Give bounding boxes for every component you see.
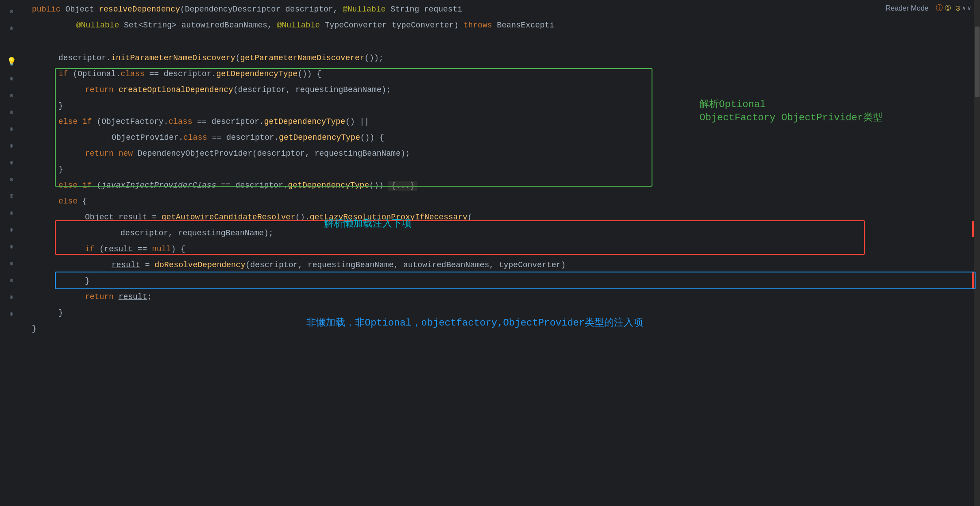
method-init: initParameterNameDiscovery <box>111 54 235 62</box>
change-marker-2 <box>972 272 974 288</box>
var-result4: result <box>119 292 147 301</box>
param-descriptor: descriptor, <box>281 5 343 14</box>
code-line-13: else { <box>23 196 980 212</box>
gutter-icon-8: ◉ <box>10 142 13 149</box>
code-line-6: return createOptionalDependency (descrip… <box>23 85 980 101</box>
kw-else-if1: else if <box>58 117 92 126</box>
chevron-up-icon[interactable]: ∧ <box>962 4 965 12</box>
warning-count: ① 3 <box>945 4 960 13</box>
chevron-down-icon[interactable]: ∨ <box>968 4 971 12</box>
kw-if2: if <box>85 245 95 253</box>
brace2: } <box>58 165 63 174</box>
change-marker-1 <box>972 221 974 237</box>
code-line-1: public Object resolveDependency ( Depend… <box>23 4 980 20</box>
collapsed-block: {...} <box>388 181 417 191</box>
gutter-icon-13: ◉ <box>10 226 13 233</box>
gutter-icon-17: ◉ <box>10 293 13 300</box>
kw-class2: class <box>168 117 192 126</box>
var-result2: result <box>104 245 133 253</box>
kw-if: if <box>58 69 68 78</box>
kw-return1: return <box>85 85 119 94</box>
close1: ()) { <box>297 69 321 78</box>
code-line-9: ObjectProvider. class == descriptor. get… <box>23 133 980 149</box>
method-get-discoverer: getParameterNameDiscoverer <box>240 54 365 62</box>
code-line-10: return new DependencyObjectProvider (des… <box>23 149 980 165</box>
kw-public: public <box>32 5 66 14</box>
paren-open: ( <box>180 5 185 14</box>
obj-descriptor: descriptor. <box>58 54 111 62</box>
gutter: ◉ ◉ 💡 ◉ ◉ ◉ ◉ ◉ ◉ ◉ ⊕ <box>0 0 23 506</box>
kw-throws: throws <box>463 21 492 30</box>
gutter-icon-10: ◉ <box>10 176 13 183</box>
var-result3: result <box>112 261 140 269</box>
code-line-17: result = doResolveDependency (descriptor… <box>23 260 980 276</box>
obj-provider: ObjectProvider. <box>112 133 183 142</box>
warning-badge: ⓘ ① 3 ∧ ∨ <box>936 4 971 13</box>
code-line-21: } <box>23 324 980 340</box>
brace5: } <box>32 324 37 333</box>
gutter-icon-14: ◉ <box>10 243 13 250</box>
type-descriptor: DependencyDescriptor <box>185 5 281 14</box>
dep-obj-prov-args: (descriptor, requestingBeanName); <box>252 149 410 158</box>
bulb-icon[interactable]: 💡 <box>7 57 16 66</box>
code-line-19: return result ; <box>23 292 980 308</box>
code-line-5: if (Optional. class == descriptor. getDe… <box>23 69 980 85</box>
if2-paren: ( <box>95 245 104 253</box>
code-line-11: } <box>23 165 980 180</box>
gutter-icon-12: ◉ <box>10 209 13 216</box>
gutter-icon-7: ◉ <box>10 125 13 132</box>
method-create-optional: createOptionalDependency <box>119 85 233 94</box>
brace1: } <box>58 101 63 110</box>
type-typeconverter: TypeConverter typeConverter) <box>320 21 463 30</box>
ann-nullable-2: @Nullable <box>76 21 119 30</box>
gutter-icon-1: ◉ <box>10 24 13 31</box>
code-line-8: else if (ObjectFactory. class == descrip… <box>23 117 980 133</box>
do-resolve-args: (descriptor, requestingBeanName, autowir… <box>245 261 566 269</box>
if2-close: ) { <box>171 245 185 253</box>
editor-container: ◉ ◉ 💡 ◉ ◉ ◉ ◉ ◉ ◉ ◉ ⊕ <box>0 0 980 506</box>
kw-return2: return <box>85 149 119 158</box>
gutter-icon-0: ◉ <box>10 8 13 15</box>
gutter-icon-plus[interactable]: ⊕ <box>9 192 14 200</box>
code-line-20: } <box>23 308 980 324</box>
exception-type: BeansExcepti <box>492 21 554 30</box>
kw-return3: return <box>85 292 119 301</box>
else-if1-text: (ObjectFactory. <box>92 117 169 126</box>
eq5: == <box>133 245 152 253</box>
call-end: ()); <box>364 54 383 62</box>
code-line-2: @Nullable Set<String> autowiredBeanNames… <box>23 20 980 36</box>
code-line-4: descriptor. initParameterNameDiscovery (… <box>23 53 980 69</box>
else-if2-paren: ( <box>92 181 102 190</box>
eq1: == descriptor. <box>144 69 216 78</box>
else-brace: { <box>77 197 87 206</box>
brace4: } <box>58 308 63 317</box>
resolver-chain: (). <box>295 213 309 222</box>
type-object2: Object <box>85 213 119 222</box>
paren-open2: (Optional. <box>68 69 121 78</box>
class-dep-obj-prov: DependencyObjectProvider <box>138 149 252 158</box>
kw-null: null <box>152 245 171 253</box>
gutter-icon-16: ◉ <box>10 276 13 284</box>
method-get-resolver: getAutowireCandidateResolver <box>162 213 295 222</box>
scrollbar-thumb[interactable] <box>975 27 980 97</box>
type-set: Set<String> autowiredBeanNames, <box>119 21 277 30</box>
semicolon: ; <box>147 292 152 301</box>
create-optional-args: (descriptor, requestingBeanName); <box>233 85 391 94</box>
kw-else: else <box>58 197 77 206</box>
code-line-7: } <box>23 101 980 117</box>
gutter-icon-4: ◉ <box>10 75 13 82</box>
var-result1: result <box>119 213 147 222</box>
code-line-empty <box>23 36 980 53</box>
reader-mode-button[interactable]: Reader Mode <box>886 4 929 12</box>
gutter-icon-6: ◉ <box>10 108 13 115</box>
kw-else-if2: else if <box>58 181 92 190</box>
type-object: Object <box>66 5 99 14</box>
code-line-14: Object result = getAutowireCandidateReso… <box>23 212 980 228</box>
eq3: == descriptor. <box>207 133 279 142</box>
code-line-18: } <box>23 276 980 292</box>
gutter-icon-18: ◉ <box>10 310 13 317</box>
vertical-scrollbar[interactable] <box>974 0 980 506</box>
code-line-15: descriptor, requestingBeanName); <box>23 228 980 244</box>
code-line-12: else if ( javaxInjectProviderClass == de… <box>23 180 980 196</box>
code-line-16: if ( result == null ) { <box>23 244 980 260</box>
